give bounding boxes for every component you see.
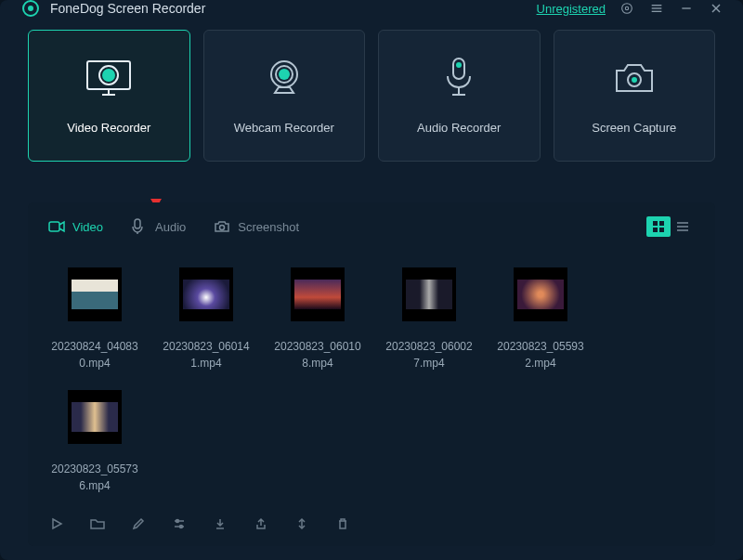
edit-button[interactable] bbox=[130, 515, 147, 532]
audio-icon bbox=[131, 218, 148, 235]
sliders-button[interactable] bbox=[171, 515, 188, 532]
thumbnail-icon bbox=[179, 267, 233, 321]
play-button[interactable] bbox=[48, 515, 65, 532]
menu-icon[interactable] bbox=[648, 0, 665, 17]
svg-rect-16 bbox=[453, 59, 464, 79]
thumbnail-icon bbox=[514, 267, 567, 321]
list-item[interactable]: 20230823_060027.mp4 bbox=[383, 267, 476, 371]
svg-point-25 bbox=[220, 226, 225, 230]
svg-point-17 bbox=[456, 62, 462, 68]
svg-point-35 bbox=[176, 520, 179, 523]
list-item[interactable]: 20230823_060108.mp4 bbox=[271, 267, 364, 371]
mode-label: Webcam Recorder bbox=[234, 121, 334, 135]
svg-rect-27 bbox=[659, 221, 664, 226]
mode-label: Screen Capture bbox=[592, 121, 676, 135]
grid-view-button[interactable] bbox=[646, 216, 671, 237]
titlebar-controls: Unregistered bbox=[537, 0, 724, 17]
file-name: 20230824_040830.mp4 bbox=[48, 338, 141, 371]
list-item[interactable]: 20230823_055736.mp4 bbox=[48, 390, 141, 494]
file-name: 20230823_055932.mp4 bbox=[494, 338, 587, 371]
app-title: FoneDog Screen Recorder bbox=[50, 1, 205, 16]
svg-rect-28 bbox=[653, 228, 658, 232]
svg-rect-29 bbox=[659, 228, 664, 232]
app-logo-icon bbox=[22, 0, 39, 17]
thumbnail-icon bbox=[68, 390, 122, 444]
svg-point-21 bbox=[632, 77, 637, 83]
video-icon bbox=[48, 218, 65, 235]
svg-rect-22 bbox=[49, 222, 59, 231]
view-toggle bbox=[646, 216, 695, 237]
svg-point-1 bbox=[625, 7, 628, 9]
delete-button[interactable] bbox=[334, 515, 351, 532]
mode-webcam-recorder[interactable]: Webcam Recorder bbox=[203, 30, 366, 162]
svg-rect-26 bbox=[653, 221, 658, 226]
thumbnail-icon bbox=[402, 267, 456, 321]
library-toolbar bbox=[28, 501, 715, 546]
svg-point-0 bbox=[622, 4, 632, 14]
tab-screenshot[interactable]: Screenshot bbox=[214, 218, 299, 235]
titlebar: FoneDog Screen Recorder Unregistered bbox=[0, 0, 743, 17]
mode-screen-capture[interactable]: Screen Capture bbox=[554, 30, 716, 162]
link-button[interactable] bbox=[293, 515, 310, 532]
file-name: 20230823_060027.mp4 bbox=[383, 338, 476, 371]
mode-label: Audio Recorder bbox=[417, 121, 501, 135]
svg-point-14 bbox=[279, 69, 290, 80]
library-tabs: Video Audio Screenshot bbox=[28, 202, 715, 251]
svg-rect-23 bbox=[135, 219, 140, 228]
list-item[interactable]: 20230823_055932.mp4 bbox=[494, 267, 587, 371]
tab-label: Video bbox=[72, 220, 103, 234]
file-name: 20230823_055736.mp4 bbox=[48, 461, 141, 494]
monitor-record-icon bbox=[84, 58, 134, 98]
share-button[interactable] bbox=[253, 515, 269, 532]
mode-selector: Video Recorder Webcam Recorder bbox=[0, 17, 743, 162]
library-grid: 20230824_040830.mp4 20230823_060141.mp4 … bbox=[28, 251, 715, 501]
microphone-icon bbox=[443, 58, 475, 98]
svg-point-11 bbox=[102, 69, 115, 82]
tab-label: Audio bbox=[155, 220, 186, 234]
thumbnail-icon bbox=[68, 267, 122, 321]
list-item[interactable]: 20230824_040830.mp4 bbox=[48, 267, 141, 371]
download-button[interactable] bbox=[212, 515, 228, 532]
library-panel: Video Audio Screenshot bbox=[28, 202, 715, 546]
tab-video[interactable]: Video bbox=[48, 218, 103, 235]
minimize-icon[interactable] bbox=[678, 0, 695, 17]
settings-gear-icon[interactable] bbox=[619, 0, 635, 17]
mode-audio-recorder[interactable]: Audio Recorder bbox=[378, 30, 541, 162]
close-icon[interactable] bbox=[708, 0, 724, 17]
list-item[interactable]: 20230823_060141.mp4 bbox=[160, 267, 253, 371]
svg-point-36 bbox=[180, 526, 183, 528]
registration-status-link[interactable]: Unregistered bbox=[537, 2, 606, 16]
open-folder-button[interactable] bbox=[89, 515, 106, 532]
main-window: FoneDog Screen Recorder Unregistered bbox=[0, 0, 743, 560]
screenshot-icon bbox=[214, 218, 230, 235]
list-view-button[interactable] bbox=[671, 216, 695, 237]
mode-video-recorder[interactable]: Video Recorder bbox=[28, 30, 190, 162]
file-name: 20230823_060108.mp4 bbox=[271, 338, 364, 371]
camera-icon bbox=[611, 58, 658, 98]
thumbnail-icon bbox=[291, 267, 345, 321]
tab-label: Screenshot bbox=[238, 220, 299, 234]
tab-audio[interactable]: Audio bbox=[131, 218, 186, 235]
webcam-icon bbox=[264, 58, 305, 98]
mode-label: Video Recorder bbox=[67, 121, 150, 135]
file-name: 20230823_060141.mp4 bbox=[160, 338, 253, 371]
